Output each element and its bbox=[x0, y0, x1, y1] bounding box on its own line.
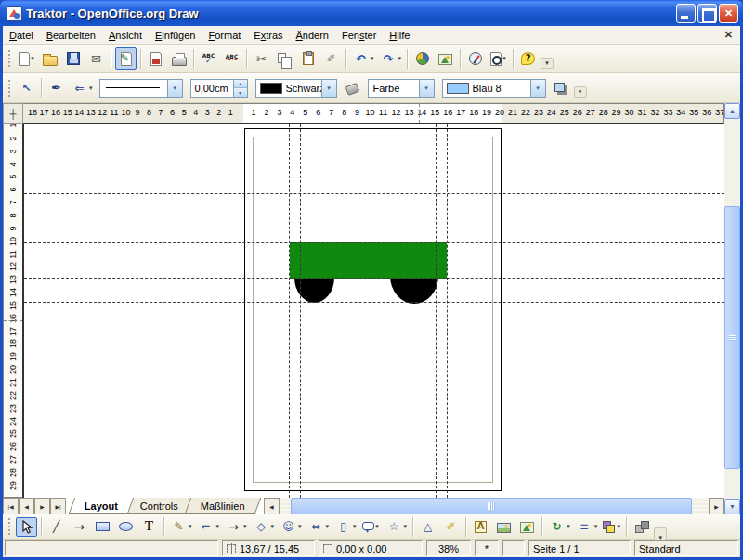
edit-points-button[interactable]: △ bbox=[417, 517, 438, 537]
chart-button[interactable] bbox=[411, 47, 433, 70]
cut-button[interactable]: ✂ bbox=[251, 47, 272, 70]
menu-einfuegen[interactable]: Einfügen bbox=[149, 28, 202, 43]
stars-button[interactable]: ☆▾ bbox=[384, 517, 410, 537]
first-page-button[interactable]: |◀ bbox=[3, 498, 19, 514]
gallery-button[interactable] bbox=[435, 47, 456, 70]
rectangle-button[interactable] bbox=[92, 517, 113, 537]
vertical-scrollbar[interactable]: ▲ ▼ bbox=[724, 103, 740, 514]
chevron-down-icon[interactable]: ▾ bbox=[594, 523, 598, 530]
chevron-down-icon[interactable]: ▾ bbox=[398, 55, 402, 62]
scroll-down-icon[interactable]: ▼ bbox=[724, 499, 740, 514]
menu-datei[interactable]: Datei bbox=[3, 28, 40, 43]
chevron-down-icon[interactable]: ▾ bbox=[321, 80, 336, 97]
navigator-button[interactable] bbox=[464, 47, 486, 70]
guide-vertical[interactable] bbox=[289, 124, 290, 498]
symbol-shapes-button[interactable]: ☺▾ bbox=[278, 517, 304, 537]
menu-bearbeiten[interactable]: Bearbeiten bbox=[40, 28, 102, 43]
redo-button[interactable]: ↷▾ bbox=[378, 47, 404, 70]
chevron-down-icon[interactable]: ▾ bbox=[353, 523, 357, 530]
help-button[interactable]: ? bbox=[517, 47, 539, 70]
format-paintbrush-button[interactable]: ✐ bbox=[320, 47, 342, 70]
vertical-ruler[interactable]: 1234567891011121314151617181920212223242… bbox=[3, 124, 23, 498]
fill-style-select[interactable]: Farbe ▾ bbox=[368, 79, 435, 98]
status-zoom[interactable]: 38% bbox=[426, 540, 471, 556]
chevron-down-icon[interactable]: ▾ bbox=[375, 523, 379, 530]
chevron-down-icon[interactable]: ▾ bbox=[298, 523, 302, 530]
horizontal-ruler[interactable]: 1817161514131211109876543211234567891011… bbox=[23, 103, 724, 124]
tractor-body[interactable] bbox=[290, 242, 447, 279]
vertical-scroll-track[interactable] bbox=[724, 119, 740, 499]
select-button[interactable] bbox=[16, 517, 37, 537]
flowchart-button[interactable]: ▯▾ bbox=[332, 517, 358, 537]
open-button[interactable] bbox=[39, 47, 60, 70]
menu-aendern[interactable]: Ändern bbox=[290, 28, 335, 43]
toolbar-options-main-button[interactable]: ▾ bbox=[541, 58, 554, 69]
from-file-button[interactable] bbox=[493, 517, 515, 537]
status-style[interactable]: Standard bbox=[634, 540, 738, 556]
connector-button[interactable]: ⌐▾ bbox=[196, 517, 222, 537]
tab-layout[interactable]: Layout bbox=[69, 498, 134, 514]
ruler-origin-button[interactable]: ┼ bbox=[3, 103, 23, 124]
chevron-down-icon[interactable]: ▾ bbox=[326, 523, 330, 530]
chevron-down-icon[interactable]: ▾ bbox=[502, 55, 506, 62]
callouts-button[interactable]: ▾ bbox=[360, 517, 382, 537]
line-width-input[interactable]: 0,00cm ▴ ▾ bbox=[190, 79, 248, 98]
document-close-button[interactable]: ✕ bbox=[717, 29, 740, 41]
zoom-button[interactable]: ▾ bbox=[488, 47, 509, 70]
chevron-down-icon[interactable]: ▾ bbox=[567, 523, 570, 530]
lines-arrows-button[interactable]: →▾ bbox=[223, 517, 249, 537]
new-document-button[interactable]: ▾ bbox=[16, 47, 37, 70]
spin-up-icon[interactable]: ▴ bbox=[234, 80, 247, 88]
print-button[interactable] bbox=[168, 47, 189, 70]
spellcheck-button[interactable]: ABC bbox=[198, 47, 219, 70]
chevron-down-icon[interactable]: ▾ bbox=[167, 80, 182, 97]
scroll-left-icon[interactable]: ◀ bbox=[264, 498, 280, 514]
basic-shapes-button[interactable]: ◇▾ bbox=[251, 517, 277, 537]
titlebar[interactable]: Traktor - OpenOffice.org Draw ✕ bbox=[0, 0, 743, 26]
scroll-right-icon[interactable]: ▶ bbox=[709, 498, 724, 514]
chevron-down-icon[interactable]: ▾ bbox=[371, 55, 374, 62]
area-style-button[interactable] bbox=[342, 77, 363, 99]
chevron-down-icon[interactable]: ▾ bbox=[617, 523, 620, 530]
toolbar-grip[interactable] bbox=[7, 517, 12, 536]
scroll-up-icon[interactable]: ▲ bbox=[724, 103, 740, 119]
save-button[interactable] bbox=[62, 47, 84, 70]
rotate-button[interactable]: ↻▾ bbox=[546, 517, 572, 537]
edit-points-mode-button[interactable]: ↖ bbox=[16, 77, 37, 99]
menu-ansicht[interactable]: Ansicht bbox=[102, 28, 149, 43]
tab-controls[interactable]: Controls bbox=[124, 498, 194, 514]
line-dialog-button[interactable]: ✒ bbox=[46, 77, 67, 99]
email-button[interactable]: ✉ bbox=[85, 47, 107, 70]
menu-format[interactable]: Format bbox=[202, 28, 247, 43]
tab-masslinien[interactable]: Maßlinien bbox=[185, 498, 261, 514]
undo-button[interactable]: ↶▾ bbox=[350, 47, 376, 70]
guide-horizontal[interactable] bbox=[24, 302, 724, 303]
fill-color-select[interactable]: Blau 8 ▾ bbox=[442, 79, 546, 98]
chevron-down-icon[interactable]: ▾ bbox=[243, 523, 247, 530]
line-style-select[interactable]: ▾ bbox=[99, 79, 183, 98]
last-page-button[interactable]: ▶| bbox=[50, 498, 66, 514]
paste-button[interactable] bbox=[297, 47, 319, 70]
curve-button[interactable]: ✎▾ bbox=[168, 517, 194, 537]
chevron-down-icon[interactable]: ▾ bbox=[89, 85, 93, 92]
status-position[interactable]: 13,67 / 15,45 bbox=[222, 540, 315, 556]
auto-spellcheck-button[interactable]: ABC bbox=[221, 47, 242, 70]
menu-extras[interactable]: Extras bbox=[247, 28, 289, 43]
text-button[interactable]: T bbox=[138, 517, 160, 537]
alignment-button[interactable]: ≡▾ bbox=[574, 517, 600, 537]
chevron-down-icon[interactable]: ▾ bbox=[419, 80, 434, 97]
block-arrows-button[interactable]: ⇔▾ bbox=[306, 517, 332, 537]
export-pdf-button[interactable] bbox=[145, 47, 166, 70]
chevron-down-icon[interactable]: ▾ bbox=[530, 80, 545, 97]
minimize-button[interactable] bbox=[676, 4, 696, 23]
extrusion-button[interactable] bbox=[631, 517, 652, 537]
guide-horizontal[interactable] bbox=[24, 193, 724, 194]
drawing-canvas[interactable] bbox=[23, 124, 724, 498]
toolbar-grip[interactable] bbox=[7, 79, 12, 98]
guide-vertical[interactable] bbox=[436, 124, 437, 498]
menu-fenster[interactable]: Fenster bbox=[335, 28, 383, 43]
edit-file-button[interactable] bbox=[115, 47, 137, 70]
arrange-button[interactable]: ▾ bbox=[601, 517, 622, 537]
status-page[interactable]: Seite 1 / 1 bbox=[528, 540, 631, 556]
guide-vertical[interactable] bbox=[300, 124, 301, 498]
